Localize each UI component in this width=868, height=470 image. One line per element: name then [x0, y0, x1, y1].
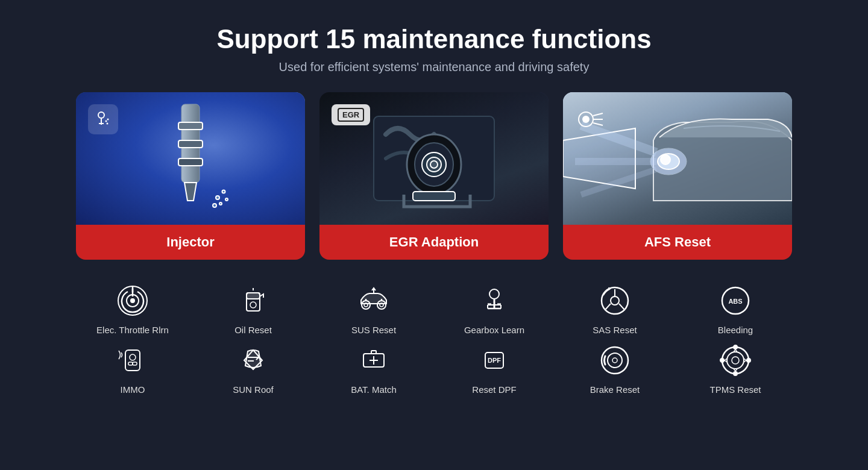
svg-point-13 [219, 202, 222, 205]
svg-point-80 [602, 347, 628, 374]
svg-point-86 [734, 372, 737, 375]
svg-point-5 [107, 123, 108, 125]
elec-throttle-item[interactable]: Elec. Throttle Rlrn [72, 281, 193, 335]
injector-card-image [76, 92, 305, 225]
bat-match-icon [354, 341, 393, 380]
injector-card-label: Injector [76, 225, 305, 260]
afs-card-label: AFS Reset [563, 225, 792, 260]
svg-marker-10 [184, 183, 197, 201]
oil-reset-item[interactable]: Oil Reset [193, 281, 313, 335]
egr-card-label: EGR Adaption [319, 225, 549, 260]
brake-reset-icon [596, 341, 634, 380]
svg-text:DPF: DPF [488, 357, 501, 364]
elec-throttle-label: Elec. Throttle Rlrn [96, 325, 169, 335]
svg-point-32 [661, 155, 670, 164]
immo-icon [113, 341, 152, 380]
page-header: Support 15 maintenance functions Used fo… [216, 24, 651, 74]
svg-point-88 [747, 359, 750, 362]
svg-point-3 [105, 121, 107, 122]
brake-reset-item[interactable]: Brake Reset [555, 341, 675, 395]
brake-reset-label: Brake Reset [590, 384, 640, 395]
svg-text:ABS: ABS [728, 298, 742, 305]
afs-card[interactable]: AFS Reset [563, 92, 792, 260]
bat-match-label: BAT. Match [351, 384, 397, 395]
egr-icon-overlay: EGR [332, 104, 370, 125]
svg-point-25 [582, 116, 590, 123]
svg-point-52 [489, 289, 499, 299]
reset-dpf-item[interactable]: DPF Reset DPF [434, 341, 555, 395]
gearbox-learn-label: Gearbox Learn [464, 325, 524, 335]
svg-rect-7 [178, 122, 203, 130]
svg-point-87 [720, 359, 724, 362]
oil-reset-label: Oil Reset [234, 325, 272, 335]
egr-badge-label: EGR [338, 108, 364, 122]
svg-rect-70 [128, 362, 133, 365]
svg-point-69 [130, 354, 136, 360]
elec-throttle-icon [113, 281, 152, 320]
svg-point-84 [727, 352, 744, 369]
svg-point-12 [222, 190, 225, 193]
svg-point-62 [611, 296, 619, 305]
svg-point-14 [225, 198, 228, 201]
svg-point-15 [213, 204, 216, 207]
svg-rect-75 [371, 351, 376, 354]
oil-reset-icon [234, 281, 272, 320]
tpms-reset-item[interactable]: TPMS Reset [675, 341, 796, 395]
svg-rect-23 [413, 192, 455, 201]
svg-point-83 [722, 347, 749, 374]
svg-rect-8 [178, 140, 203, 148]
svg-line-28 [593, 123, 603, 125]
injector-card[interactable]: Injector [76, 92, 305, 260]
bat-match-item[interactable]: BAT. Match [313, 341, 434, 395]
svg-point-22 [430, 161, 438, 168]
bleeding-icon: ABS [716, 281, 755, 320]
afs-icon-overlay [575, 104, 605, 134]
svg-point-89 [732, 357, 739, 364]
tpms-reset-label: TPMS Reset [709, 384, 761, 395]
immo-item[interactable]: IMMO [72, 341, 193, 395]
page-title: Support 15 maintenance functions [216, 24, 651, 54]
svg-rect-9 [178, 158, 203, 166]
icons-row-2: IMMO SUN Roof [48, 341, 820, 395]
sus-reset-label: SUS Reset [351, 325, 396, 335]
icons-row-1: Elec. Throttle Rlrn Oil Reset [48, 281, 820, 335]
bleeding-item[interactable]: ABS Bleeding [675, 281, 796, 335]
reset-dpf-label: Reset DPF [472, 384, 516, 395]
svg-point-85 [734, 345, 737, 349]
svg-line-26 [593, 113, 603, 116]
page-subtitle: Used for efficient systems' maintenance … [216, 60, 651, 74]
injector-icon-overlay [88, 104, 118, 134]
svg-point-4 [107, 119, 109, 121]
egr-card-image: EGR [319, 92, 549, 225]
sas-reset-icon [596, 281, 634, 320]
sus-reset-item[interactable]: SUS Reset [313, 281, 434, 335]
svg-rect-42 [247, 293, 260, 299]
feature-cards-row: Injector EGR [48, 92, 820, 260]
gearbox-learn-icon [475, 281, 514, 320]
afs-card-image [563, 92, 792, 225]
svg-point-43 [250, 302, 256, 308]
sus-reset-icon [354, 281, 393, 320]
svg-point-82 [612, 358, 617, 363]
svg-line-65 [619, 304, 624, 310]
svg-rect-71 [133, 362, 137, 365]
svg-point-81 [608, 353, 622, 368]
sas-reset-label: SAS Reset [593, 325, 637, 335]
immo-label: IMMO [121, 384, 145, 395]
gearbox-learn-item[interactable]: Gearbox Learn [434, 281, 555, 335]
tpms-reset-icon [716, 341, 755, 380]
sas-reset-item[interactable]: SAS Reset [555, 281, 675, 335]
svg-point-39 [131, 299, 134, 302]
svg-point-11 [216, 196, 219, 199]
svg-point-0 [98, 112, 104, 118]
sun-roof-label: SUN Roof [233, 384, 274, 395]
sun-roof-item[interactable]: SUN Roof [193, 341, 313, 395]
egr-card[interactable]: EGR [319, 92, 549, 260]
svg-line-64 [605, 304, 611, 310]
bleeding-label: Bleeding [718, 325, 753, 335]
reset-dpf-icon: DPF [475, 341, 514, 380]
sun-roof-icon [234, 341, 272, 380]
